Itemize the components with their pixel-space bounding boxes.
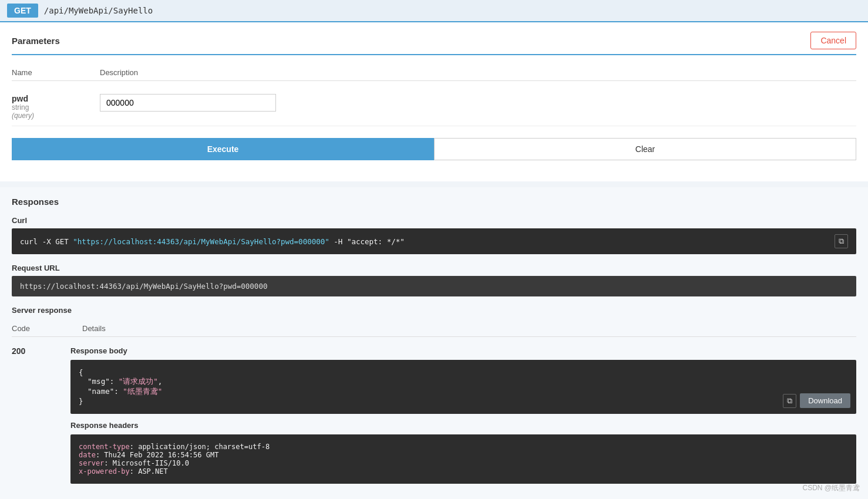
curl-cmd: curl -X GET [20,237,73,246]
col-header-details: Details [82,324,106,333]
download-button[interactable]: Download [800,393,850,408]
header-date-key: date [79,451,96,459]
parameters-title: Parameters [12,36,60,46]
response-headers-label: Response headers [70,421,856,430]
response-table-header: Code Details [12,321,856,337]
response-code-200: 200 [12,346,47,356]
header-x-powered-value: ASP.NET [138,467,168,476]
request-url-label: Request URL [12,264,856,272]
param-row-pwd: pwd string (query) [12,88,856,126]
col-header-description: Description [100,68,138,77]
header-content-type-value: application/json; charset=utf-8 [138,443,270,451]
header-date-value: Thu24 Feb 2022 16:54:56 GMT [104,451,218,459]
params-table-header: Name Description [12,65,856,81]
cancel-button[interactable]: Cancel [810,32,856,49]
curl-copy-button[interactable]: ⧉ [835,234,848,248]
response-body-brace-open: { [79,368,83,377]
clear-button[interactable]: Clear [434,138,856,160]
header-content-type-key: content-type [79,443,130,451]
response-body-msg-key: "msg": [79,377,119,386]
response-headers-block: content-type: application/json; charset=… [70,434,856,484]
col-header-code: Code [12,324,59,333]
response-body-brace-close: } [79,397,83,406]
top-bar: GET /api/MyWebApi/SayHello [0,0,868,22]
server-response-title: Server response [12,306,856,315]
response-body-copy-button[interactable]: ⧉ [783,394,796,408]
curl-flags: -H "accept: */*" [329,237,405,246]
response-details: Response body { "msg": "请求成功", "name": "… [70,346,856,484]
response-actions: ⧉ Download [783,393,850,408]
param-location: (query) [12,112,88,120]
execute-button[interactable]: Execute [12,138,434,160]
curl-code-block: curl -X GET "https://localhost:44363/api… [12,228,856,254]
request-url-block: https://localhost:44363/api/MyWebApi/Say… [12,276,856,296]
curl-label: Curl [12,216,856,225]
response-body-name-key: "name": [79,387,123,396]
col-header-name: Name [12,68,88,77]
curl-url: "https://localhost:44363/api/MyWebApi/Sa… [73,237,329,246]
parameters-table: Name Description pwd string (query) [12,65,856,126]
parameters-section: Parameters Cancel Name Description pwd s… [0,22,868,181]
responses-heading: Responses [12,197,856,207]
response-body-label: Response body [70,346,856,355]
param-name-block: pwd string (query) [12,94,88,120]
response-body-name-value: "纸墨青鸢" [123,387,162,396]
param-pwd-input[interactable] [100,94,276,112]
request-url-section: Request URL https://localhost:44363/api/… [12,264,856,296]
curl-section: Curl curl -X GET "https://localhost:4436… [12,216,856,254]
header-x-powered-key: x-powered-by [79,467,130,476]
response-body-block: { "msg": "请求成功", "name": "纸墨青鸢" } ⧉ Down… [70,360,856,414]
response-body-msg-value: "请求成功" [119,377,158,386]
endpoint-path: /api/MyWebApi/SayHello [44,6,153,15]
param-type: string [12,103,88,112]
request-url-text: https://localhost:44363/api/MyWebApi/Say… [20,282,267,291]
header-server-value: Microsoft-IIS/10.0 [113,459,189,467]
watermark: CSDN @纸墨青鸢 [802,483,860,493]
http-method-badge: GET [7,4,38,18]
action-buttons: Execute Clear [12,138,856,160]
server-response-section: Server response Code Details 200 Respons… [12,306,856,488]
param-name: pwd [12,94,88,103]
responses-section: Responses Curl curl -X GET "https://loca… [0,187,868,499]
curl-code-text: curl -X GET "https://localhost:44363/api… [20,237,835,246]
response-row-200: 200 Response body { "msg": "请求成功", "name… [12,342,856,488]
header-server-key: server [79,459,104,467]
